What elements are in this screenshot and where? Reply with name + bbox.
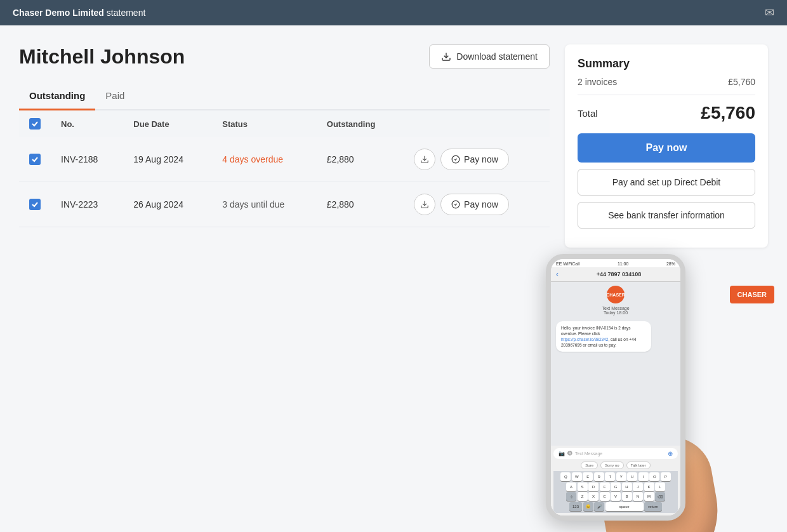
phone-status-bar: EE WiFiCall 11:00 28%	[551, 259, 680, 267]
row2-outstanding: £2,880	[317, 182, 404, 227]
summary-total-row: Total £5,760	[578, 103, 755, 123]
key-p[interactable]: P	[661, 472, 671, 481]
key-return[interactable]: return	[644, 502, 662, 511]
key-o[interactable]: O	[649, 472, 659, 481]
chaser-logo: CHASER	[730, 286, 774, 303]
table-row: INV-2188 19 Aug 2024 4 days overdue £2,8…	[19, 137, 550, 182]
row1-number: INV-2188	[51, 137, 123, 182]
phone-input-area: 📷 🅐 Text Message ⊕ Sure Sorry no Talk la…	[551, 446, 680, 515]
quick-reply-sorry[interactable]: Sorry no	[600, 462, 624, 469]
key-x[interactable]: X	[588, 492, 599, 501]
quick-reply-later[interactable]: Talk later	[626, 462, 651, 469]
input-placeholder[interactable]: Text Message	[575, 451, 665, 456]
key-f[interactable]: F	[600, 482, 610, 491]
phone-time: 11:00	[618, 262, 629, 266]
key-y[interactable]: Y	[616, 472, 626, 481]
download-icon	[441, 51, 451, 62]
row2-download-btn[interactable]	[414, 194, 435, 215]
key-l[interactable]: L	[655, 482, 665, 491]
key-shift[interactable]: ⇧	[566, 492, 576, 501]
keyboard-row-2: ASDFGHJKL	[555, 482, 677, 491]
mail-icon[interactable]: ✉	[765, 6, 774, 20]
key-h[interactable]: H	[622, 482, 632, 491]
invoice-table: No. Due Date Status Outstanding	[19, 110, 550, 227]
phone-contact-number: +44 7897 034108	[562, 271, 675, 277]
row2-due-date: 26 Aug 2024	[123, 182, 212, 227]
key-d[interactable]: D	[588, 482, 599, 491]
topbar-suffix: statement	[104, 8, 145, 18]
table-row: INV-2223 26 Aug 2024 3 days until due £2…	[19, 182, 550, 227]
key-r[interactable]: R	[594, 472, 604, 481]
send-icon: ⊕	[668, 450, 673, 457]
key-k[interactable]: K	[644, 482, 654, 491]
row1-status-text: 4 days overdue	[222, 154, 283, 164]
key-b[interactable]: B	[622, 492, 632, 501]
row1-amount: £2,880	[327, 154, 354, 164]
row1-due-date: 19 Aug 2024	[123, 137, 212, 182]
keyboard-row-1: QWERTYUIOP	[555, 472, 677, 481]
key-space[interactable]: space	[605, 502, 644, 511]
key-g[interactable]: G	[611, 482, 621, 491]
quick-replies: Sure Sorry no Talk later	[553, 462, 678, 469]
key-m[interactable]: M	[644, 492, 654, 501]
contact-label: Text Message	[551, 306, 680, 310]
row1-status: 4 days overdue	[212, 137, 317, 182]
tab-outstanding[interactable]: Outstanding	[19, 84, 95, 110]
row1-outstanding: £2,880	[317, 137, 404, 182]
row1-action-btns: Pay now	[414, 149, 539, 170]
pay-now-button[interactable]: Pay now	[578, 133, 755, 163]
col-outstanding: Outstanding	[317, 110, 404, 137]
phone-area: EE WiFiCall 11:00 28% ‹ +44 7897 034108 …	[565, 235, 768, 532]
table-header-row: No. Due Date Status Outstanding	[19, 110, 550, 137]
summary-invoice-count: 2 invoices	[578, 77, 617, 87]
row1-download-btn[interactable]	[414, 149, 435, 170]
key-t[interactable]: T	[605, 472, 615, 481]
key-mic[interactable]: 🎤	[594, 502, 604, 511]
right-panel: Summary 2 invoices £5,760 Total £5,760 P…	[565, 44, 768, 532]
phone-signal: EE WiFiCall	[556, 262, 579, 266]
key-u[interactable]: U	[627, 472, 637, 481]
company-name: Chaser Demo Limited	[13, 8, 104, 18]
summary-invoice-total: £5,760	[728, 77, 755, 87]
chaser-logo-text: CHASER	[737, 291, 767, 298]
key-numbers[interactable]: 123	[569, 502, 582, 511]
key-q[interactable]: Q	[560, 472, 571, 481]
phone-battery: 28%	[666, 262, 675, 266]
col-status: Status	[212, 110, 317, 137]
key-z[interactable]: Z	[578, 492, 588, 501]
row2-status: 3 days until due	[212, 182, 317, 227]
key-v[interactable]: V	[611, 492, 621, 501]
direct-debit-button[interactable]: Pay and set up Direct Debit	[578, 169, 755, 196]
tab-paid[interactable]: Paid	[95, 84, 135, 110]
key-j[interactable]: J	[633, 482, 643, 491]
apps-icon: 🅐	[567, 451, 572, 456]
col-checkbox	[19, 110, 51, 137]
topbar-title: Chaser Demo Limited statement	[13, 8, 145, 18]
key-a[interactable]: A	[566, 482, 576, 491]
select-all-checkbox[interactable]	[29, 118, 41, 130]
row1-pay-label: Pay now	[464, 154, 498, 164]
back-arrow-icon[interactable]: ‹	[556, 270, 559, 279]
row1-actions: Pay now	[404, 137, 550, 182]
quick-reply-sure[interactable]: Sure	[581, 462, 598, 469]
key-backspace[interactable]: ⌫	[655, 492, 665, 501]
camera-icon: 📷	[559, 451, 565, 456]
key-n[interactable]: N	[633, 492, 643, 501]
page-header: Mitchell Johnson Download statement	[19, 44, 550, 69]
chaser-avatar: CHASER	[607, 286, 625, 303]
download-btn-label: Download statement	[456, 51, 538, 62]
row2-amount: £2,880	[327, 199, 354, 209]
bank-info-button[interactable]: See bank transfer information	[578, 202, 755, 229]
key-c[interactable]: C	[600, 492, 610, 501]
download-statement-button[interactable]: Download statement	[429, 44, 550, 69]
row2-pay-btn[interactable]: Pay now	[440, 194, 509, 215]
key-i[interactable]: I	[638, 472, 649, 481]
row1-pay-btn[interactable]: Pay now	[440, 149, 509, 170]
key-e[interactable]: E	[583, 472, 593, 481]
row2-checkbox[interactable]	[29, 199, 41, 210]
row2-actions: Pay now	[404, 182, 550, 227]
key-emoji[interactable]: 😊	[583, 502, 593, 511]
key-w[interactable]: W	[572, 472, 582, 481]
row1-checkbox[interactable]	[29, 154, 41, 165]
key-s[interactable]: S	[578, 482, 588, 491]
